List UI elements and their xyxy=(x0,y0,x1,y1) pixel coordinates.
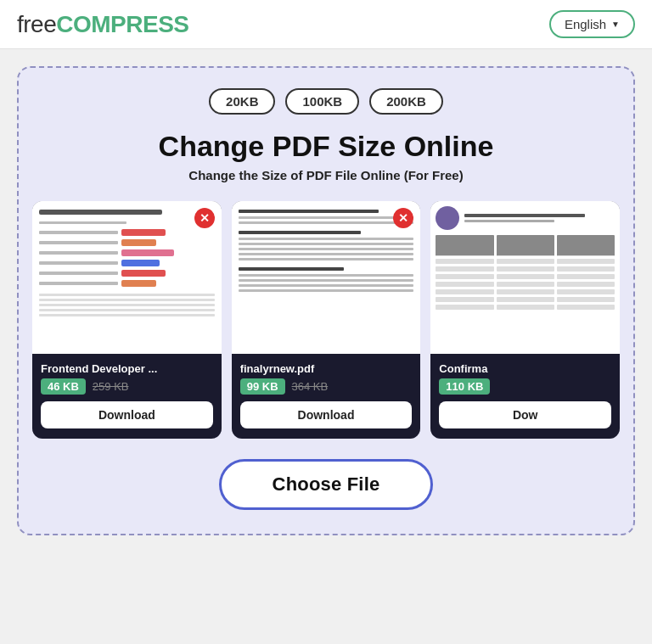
size-pill-200kb[interactable]: 200KB xyxy=(369,88,443,115)
card-1-filename: Frontend Developer ... xyxy=(41,362,213,375)
logo-compress: COMPRESS xyxy=(56,11,188,37)
main-content: 20KB 100KB 200KB Change PDF Size Online … xyxy=(0,49,652,552)
card-1-info: Frontend Developer ... 46 KB 259 KB Down… xyxy=(32,354,222,439)
close-card-1-button[interactable]: ✕ xyxy=(194,208,215,228)
card-3-sizes: 110 KB xyxy=(439,378,611,395)
language-selector[interactable]: English ▼ xyxy=(549,10,635,38)
card-2-info: finalyrnew.pdf 99 KB 364 KB Download xyxy=(232,354,421,439)
file-card-3: Confirma 110 KB Dow xyxy=(430,201,620,439)
logo-free: free xyxy=(17,11,56,37)
card-1-old-size: 259 KB xyxy=(93,380,129,393)
size-pill-100kb[interactable]: 100KB xyxy=(285,88,359,115)
card3-logo-icon xyxy=(436,206,459,230)
tool-container: 20KB 100KB 200KB Change PDF Size Online … xyxy=(17,66,635,535)
card-3-filename: Confirma xyxy=(439,362,611,375)
card-1-preview: ✕ xyxy=(32,201,222,354)
card-2-new-size: 99 KB xyxy=(240,378,285,395)
download-card-2-button[interactable]: Download xyxy=(240,401,413,428)
logo: freeCOMPRESS xyxy=(17,11,189,38)
card-3-new-size: 110 KB xyxy=(439,378,490,395)
card-2-old-size: 364 KB xyxy=(292,380,329,393)
file-card-2: ✕ finalyrnew.pdf 99 KB 364 KB Download xyxy=(232,201,421,439)
download-card-1-button[interactable]: Download xyxy=(41,401,213,428)
page-title: Change PDF Size Online xyxy=(159,130,494,163)
card-2-sizes: 99 KB 364 KB xyxy=(240,378,413,395)
page-subtitle: Change the Size of PDF File Online (For … xyxy=(188,168,463,182)
card-1-new-size: 46 KB xyxy=(41,378,86,395)
card-3-info: Confirma 110 KB Dow xyxy=(430,354,620,439)
card-3-preview xyxy=(430,201,620,354)
card-2-preview: ✕ xyxy=(232,201,421,354)
file-card-1: ✕ Frontend Developer ... 46 KB 259 KB Do… xyxy=(32,201,222,439)
card-1-sizes: 46 KB 259 KB xyxy=(41,378,213,395)
size-pill-20kb[interactable]: 20KB xyxy=(209,88,275,115)
size-pills-row: 20KB 100KB 200KB xyxy=(209,88,443,115)
header: freeCOMPRESS English ▼ xyxy=(0,0,652,49)
download-card-3-button[interactable]: Dow xyxy=(439,401,611,428)
chevron-down-icon: ▼ xyxy=(611,20,620,29)
card-2-filename: finalyrnew.pdf xyxy=(240,362,413,375)
choose-file-button[interactable]: Choose File xyxy=(219,459,434,510)
file-cards-row: ✕ Frontend Developer ... 46 KB 259 KB Do… xyxy=(32,201,620,439)
language-label: English xyxy=(565,17,606,31)
